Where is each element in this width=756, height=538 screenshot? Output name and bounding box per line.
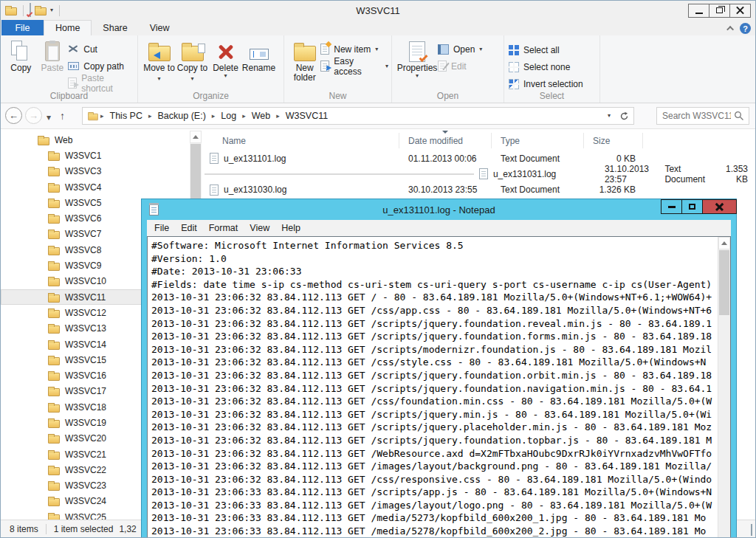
rename-button[interactable]: Rename [242,38,275,73]
tree-item-label: W3SVC24 [65,496,106,506]
delete-button[interactable]: Delete ▾ [209,38,242,79]
copy-path-button[interactable]: Copy path [68,60,134,72]
thumbnail-view-button[interactable] [750,524,753,536]
group-label: New [284,91,391,101]
easy-access-button[interactable]: Easy access ▾ [320,60,388,72]
scroll-up-icon[interactable] [190,131,202,143]
new-item-button[interactable]: New item ▾ [320,43,388,55]
cell-name: u_ex131101.log [202,153,399,164]
window-title: W3SVC11 [1,5,755,16]
notepad-text[interactable]: #Software: Microsoft Internet Informatio… [148,237,718,538]
qat-customize-icon[interactable]: ▾ [50,7,53,13]
qat-new-folder-button[interactable] [35,7,47,15]
paste-shortcut-button[interactable]: Paste shortcut [68,77,134,89]
selection-highlight [205,173,474,175]
new-folder-button[interactable]: New folder [289,38,320,83]
tree-item-web[interactable]: Web [1,132,190,148]
folder-icon [48,467,60,475]
new-folder-icon [294,46,316,61]
tab-file[interactable]: File [1,20,44,35]
folder-icon [48,200,60,208]
tree-item-w3svc4[interactable]: W3SVC4 [1,179,190,195]
breadcrumb-segment[interactable]: Backup (E:) [154,111,210,121]
breadcrumb-segment[interactable]: This PC [106,111,147,121]
address-dropdown-icon[interactable]: ▾ [608,113,611,119]
tree-item-label: W3SVC4 [65,182,101,193]
collapse-ribbon-icon[interactable] [726,26,734,33]
up-button[interactable]: ↑ [60,110,65,122]
paste-icon [45,41,60,61]
notepad-scrollbar[interactable] [718,237,730,538]
notepad-menu-format[interactable]: Format [203,223,244,233]
minimize-button[interactable] [688,4,709,18]
paste-button[interactable]: Paste [37,38,69,73]
search-input[interactable] [657,111,734,121]
notepad-menu-file[interactable]: File [148,223,175,233]
minimize-icon [695,13,703,14]
cell-type: Text Document [492,154,584,164]
select-all-button[interactable]: Select all [509,44,583,56]
refresh-icon[interactable] [619,111,629,121]
folder-icon [48,215,60,224]
ribbon-group-open: Properties ▾ Open ▾ Edit Open [392,35,504,103]
explorer-titlebar: ▾ W3SVC11 [1,1,755,20]
folder-icon [48,294,60,303]
notepad-titlebar[interactable]: u_ex131101.log - Notepad [142,199,736,220]
recent-locations-icon[interactable]: ▾ [47,113,51,122]
restore-button[interactable] [709,4,730,18]
select-none-icon [509,62,519,72]
column-header-size[interactable]: Size [584,133,643,148]
folder-icon [48,184,60,193]
tree-item-label: W3SVC6 [65,213,101,224]
tab-home[interactable]: Home [44,20,92,35]
forward-button[interactable]: → [25,107,42,124]
notepad-close-button[interactable] [702,199,737,214]
address-folder-icon [88,114,98,120]
edit-button[interactable]: Edit [438,60,482,72]
search-box[interactable] [656,107,749,125]
copy-to-button[interactable]: Copy to ▾ [176,38,209,83]
ribbon-group-clipboard: Copy Paste Cut Copy path Paste shortcut [1,35,138,103]
tree-item-w3svc3[interactable]: W3SVC3 [1,164,190,179]
help-icon[interactable]: ? [740,23,751,34]
new-item-icon [320,44,329,55]
tab-view[interactable]: View [139,20,181,35]
folder-icon [48,325,60,334]
notepad-menu-view[interactable]: View [244,223,275,233]
column-header-date-modified[interactable]: Date modified [399,133,492,148]
breadcrumb-segment[interactable]: Web [247,111,275,121]
notepad-minimize-button[interactable] [661,199,682,214]
notepad-maximize-button[interactable] [681,199,703,214]
open-icon [438,44,449,55]
notepad-menu-help[interactable]: Help [275,223,306,233]
back-button[interactable]: ← [5,107,22,124]
breadcrumb-separator-icon: ▸ [147,112,154,120]
notepad-menu-edit[interactable]: Edit [175,223,203,233]
cut-button[interactable]: Cut [68,43,134,55]
close-icon [736,7,744,15]
tree-item-label: W3SVC18 [65,402,106,413]
tree-item-w3svc1[interactable]: W3SVC1 [1,148,190,163]
select-none-button[interactable]: Select none [509,61,583,73]
scroll-up-icon[interactable] [718,237,730,249]
address-bar[interactable]: ▸This PC▸Backup (E:)▸Log▸Web▸W3SVC11 ▾ [82,107,634,125]
column-header-name[interactable]: Name [202,133,399,148]
invert-selection-button[interactable]: Invert selection [509,77,583,90]
ribbon: Copy Paste Cut Copy path Paste shortcut [1,35,755,103]
copy-button[interactable]: Copy [5,38,37,73]
open-button[interactable]: Open ▾ [438,43,482,55]
qat-properties-button[interactable] [30,4,31,17]
breadcrumb-segment[interactable]: Log [216,111,241,121]
paste-shortcut-icon [68,77,77,89]
file-row[interactable]: u_ex131031.log31.10.2013 23:57Text Docum… [202,166,755,182]
breadcrumb-segment[interactable]: W3SVC11 [281,111,332,121]
folder-icon [48,247,60,255]
move-to-button[interactable]: Move to ▾ [142,38,176,83]
tree-item-label: W3SVC20 [65,433,106,444]
tree-item-label: W3SVC22 [65,465,106,475]
properties-button[interactable]: Properties ▾ [396,38,438,79]
column-header-type[interactable]: Type [492,133,584,148]
tab-share[interactable]: Share [92,20,138,35]
close-button[interactable] [729,4,751,18]
scrollbar-thumb[interactable] [719,250,729,315]
